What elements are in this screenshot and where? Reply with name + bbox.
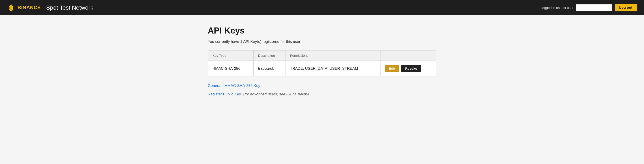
header-right: Logged in as test user Log out — [540, 4, 637, 11]
subtitle: You currently have 1 API Key(s) register… — [208, 40, 436, 44]
page-title: API Keys — [208, 26, 436, 36]
edit-button[interactable]: Edit — [385, 65, 399, 72]
logo-text: BINANCE — [18, 5, 41, 10]
register-note: (for advanced users, see F.A.Q. below) — [243, 92, 309, 96]
col-key-type: Key Type — [208, 51, 254, 61]
col-description: Description — [254, 51, 286, 61]
action-buttons: Edit Revoke — [385, 65, 432, 72]
binance-logo-icon — [7, 3, 15, 12]
user-input[interactable] — [576, 4, 612, 11]
logo: BINANCE — [7, 3, 41, 12]
api-keys-table: Key Type Description Permissions HMAC-SH… — [208, 50, 436, 77]
actions-cell: Edit Revoke — [380, 61, 436, 77]
logged-in-label: Logged in as test user — [540, 6, 574, 10]
permissions-cell: TRADE, USER_DATA, USER_STREAM — [286, 61, 380, 77]
main-content: API Keys You currently have 1 API Key(s)… — [199, 15, 445, 111]
col-actions — [380, 51, 436, 61]
col-permissions: Permissions — [286, 51, 380, 61]
key-type-cell: HMAC-SHA-256 — [208, 61, 254, 77]
site-title: Spot Test Network — [46, 4, 94, 11]
register-public-key-link[interactable]: Register Public Key — [208, 92, 241, 96]
logout-button[interactable]: Log out — [615, 4, 637, 11]
description-cell: tradegrub — [254, 61, 286, 77]
register-link-section: Register Public Key (for advanced users,… — [208, 92, 436, 96]
header-left: BINANCE Spot Test Network — [7, 3, 93, 12]
table-row: HMAC-SHA-256 tradegrub TRADE, USER_DATA,… — [208, 61, 436, 77]
generate-hmac-link[interactable]: Generate HMAC-SHA-256 Key — [208, 83, 260, 88]
generate-link-section: Generate HMAC-SHA-256 Key — [208, 83, 436, 88]
table-header-row: Key Type Description Permissions — [208, 51, 436, 61]
header: BINANCE Spot Test Network Logged in as t… — [0, 0, 644, 15]
revoke-button[interactable]: Revoke — [401, 65, 421, 72]
